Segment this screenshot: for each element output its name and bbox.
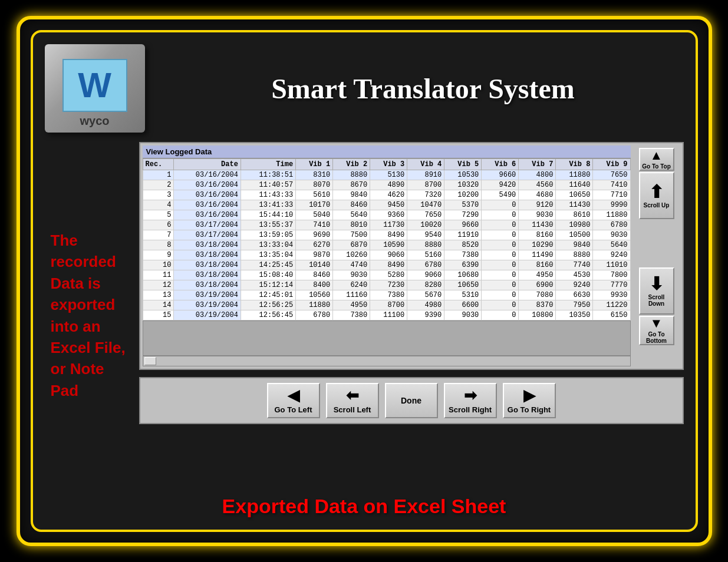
top-section: W wyco Smart Translator System	[45, 44, 684, 133]
cell-vib: 0	[482, 290, 519, 300]
cell-vib: 4620	[370, 190, 407, 200]
scroll-up-label: Scroll Up	[644, 202, 670, 209]
done-label: Done	[401, 396, 421, 405]
cell-vib: 6780	[407, 260, 444, 270]
cell-vib: 4740	[333, 260, 370, 270]
cell-vib: 6780	[593, 220, 630, 230]
go-to-right-icon: ▶	[523, 388, 535, 403]
cell-vib: 7380	[370, 290, 407, 300]
cell-time: 11:38:51	[241, 170, 295, 180]
cell-vib: 9660	[444, 220, 482, 230]
up-arrow-icon: ▲	[650, 149, 663, 162]
cell-time: 13:35:04	[241, 250, 295, 260]
cell-vib: 0	[482, 220, 519, 230]
cell-rec: 12	[143, 280, 174, 290]
scrollbar-thumb[interactable]	[144, 357, 156, 365]
cell-vib: 4560	[519, 180, 556, 190]
cell-date: 03/18/2004	[174, 270, 241, 280]
cell-vib: 9840	[333, 190, 370, 200]
col-vib1: Vib 1	[296, 159, 333, 170]
cell-time: 11:40:57	[241, 180, 295, 190]
inner-frame: W wyco Smart Translator System The recor…	[31, 30, 698, 532]
cell-vib: 4680	[519, 190, 556, 200]
left-description: The recorded Data is exported into an Ex…	[45, 142, 139, 489]
cell-date: 03/18/2004	[174, 240, 241, 250]
scroll-left-button[interactable]: ⬅ Scroll Left	[326, 383, 379, 418]
cell-vib: 9240	[556, 280, 593, 290]
cell-vib: 7950	[556, 300, 593, 310]
cell-vib: 9030	[444, 310, 482, 320]
cell-vib: 6900	[519, 280, 556, 290]
cell-vib: 7650	[593, 170, 630, 180]
cell-time: 15:12:14	[241, 280, 295, 290]
horizontal-scrollbar[interactable]	[143, 356, 631, 366]
cell-vib: 10260	[333, 250, 370, 260]
scroll-left-label: Scroll Left	[334, 405, 371, 414]
cell-vib: 7080	[519, 290, 556, 300]
down-arrow-icon: ▼	[650, 317, 663, 330]
empty-area	[143, 320, 631, 356]
cell-vib: 8880	[556, 250, 593, 260]
cell-vib: 11010	[593, 260, 630, 270]
cell-vib: 0	[482, 250, 519, 260]
cell-date: 03/19/2004	[174, 300, 241, 310]
cell-vib: 9360	[370, 210, 407, 220]
go-to-top-button[interactable]: ▲ Go To Top	[639, 148, 674, 171]
cell-vib: 10470	[407, 200, 444, 210]
table-row: 603/17/200413:55:37741080101173010020966…	[143, 220, 630, 230]
cell-vib: 9390	[407, 310, 444, 320]
cell-vib: 8370	[519, 300, 556, 310]
go-to-bottom-button[interactable]: ▼ Go To Bottom	[639, 316, 674, 345]
table-row: 1203/18/200415:12:1484006240723082801065…	[143, 280, 630, 290]
cell-vib: 8880	[333, 170, 370, 180]
cell-rec: 3	[143, 190, 174, 200]
cell-time: 12:56:45	[241, 310, 295, 320]
cell-vib: 7500	[333, 230, 370, 240]
cell-rec: 4	[143, 200, 174, 210]
cell-vib: 7410	[296, 220, 333, 230]
content-section: The recorded Data is exported into an Ex…	[45, 142, 684, 489]
cell-vib: 9660	[482, 170, 519, 180]
cell-date: 03/16/2004	[174, 200, 241, 210]
col-vib9: Vib 9	[593, 159, 630, 170]
cell-time: 13:41:33	[241, 200, 295, 210]
cell-vib: 0	[482, 210, 519, 220]
table-row: 1103/18/200415:08:4084609030528090601068…	[143, 270, 630, 280]
cell-vib: 8700	[407, 180, 444, 190]
scroll-down-label: Scroll Down	[640, 294, 673, 307]
cell-vib: 8460	[296, 270, 333, 280]
cell-vib: 11730	[370, 220, 407, 230]
go-to-left-button[interactable]: ◀ Go To Left	[267, 383, 320, 418]
scroll-left-icon: ⬅	[346, 388, 359, 403]
cell-vib: 10140	[296, 260, 333, 270]
go-to-top-label: Go To Top	[642, 163, 671, 170]
go-to-right-button[interactable]: ▶ Go To Right	[503, 383, 556, 418]
cell-vib: 10290	[519, 240, 556, 250]
done-button[interactable]: Done	[385, 383, 438, 418]
scroll-up-button[interactable]: ⬆ Scroll Up	[639, 172, 674, 219]
cell-vib: 8910	[407, 170, 444, 180]
go-to-right-label: Go To Right	[508, 405, 551, 414]
go-to-left-icon: ◀	[288, 388, 299, 403]
logo-stone: W wyco	[45, 44, 145, 133]
table-row: 903/18/200413:35:04987010260906051607380…	[143, 250, 630, 260]
cell-date: 03/18/2004	[174, 280, 241, 290]
cell-rec: 6	[143, 220, 174, 230]
cell-rec: 11	[143, 270, 174, 280]
cell-rec: 9	[143, 250, 174, 260]
scroll-down-button[interactable]: ⬇ Scroll Down	[639, 267, 674, 315]
cell-vib: 10320	[444, 180, 482, 190]
col-vib5: Vib 5	[444, 159, 482, 170]
cell-vib: 9450	[370, 200, 407, 210]
table-row: 103/16/200411:38:51831088805130891010530…	[143, 170, 630, 180]
cell-vib: 4890	[370, 180, 407, 190]
cell-vib: 8070	[296, 180, 333, 190]
cell-time: 11:43:33	[241, 190, 295, 200]
cell-vib: 0	[482, 310, 519, 320]
cell-time: 15:08:40	[241, 270, 295, 280]
cell-vib: 6630	[556, 290, 593, 300]
cell-vib: 10980	[556, 220, 593, 230]
cell-vib: 0	[482, 200, 519, 210]
right-controls: ▲ Go To Top ⬆ Scroll Up ⬇ Scroll Down	[633, 146, 680, 366]
scroll-right-button[interactable]: ➡ Scroll Right	[444, 383, 497, 418]
